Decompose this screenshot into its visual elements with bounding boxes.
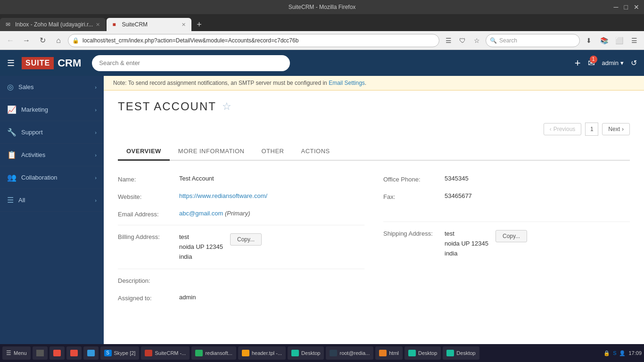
address-bar[interactable]: 🔒 localhost/test_crm/index.php?action=De… (68, 34, 439, 47)
taskbar: ☰ Menu S Skype [2] SuiteCRM -... redians… (0, 344, 644, 362)
header-right: + ✉ 1 admin ▾ ↺ (575, 57, 637, 69)
menu-btn[interactable]: ☰ (628, 34, 640, 47)
billing-copy-btn[interactable]: Copy... (230, 233, 262, 246)
email-value: abc@gmail.com (Primary) (179, 210, 364, 217)
root-redia-icon (330, 350, 337, 356)
field-email: Email Address: abc@gmail.com (Primary) (118, 205, 364, 222)
hamburger-menu[interactable]: ☰ (7, 58, 15, 68)
home-btn[interactable]: ⌂ (52, 34, 65, 47)
fax-value: 53465677 (445, 192, 630, 199)
desktop1-icon (291, 350, 299, 356)
forward-btn[interactable]: → (20, 34, 33, 47)
taskbar-desktop1[interactable]: Desktop (288, 346, 324, 360)
tab-zoho[interactable]: ✉ Inbox - Zoho Mail (udayagiri.r... ✕ (0, 18, 106, 31)
menu-icon: ☰ (6, 350, 11, 356)
sidebar-item-all[interactable]: ☰ All › (0, 189, 104, 212)
field-billing-address: Billing Address: test noida UP 12345 ind… (118, 228, 364, 266)
tab-other[interactable]: OTHER (253, 143, 292, 161)
download-btn[interactable]: ⬇ (583, 34, 595, 47)
prev-chevron-icon: ‹ (550, 126, 552, 132)
tab-actions[interactable]: ACTIONS (292, 143, 338, 161)
security-icon: 🔒 (603, 350, 610, 356)
sidebar-item-support[interactable]: 🔧 Support › (0, 121, 104, 144)
app-body: ◎ Sales › 📈 Marketing › 🔧 Support › 📋 Ac… (0, 76, 644, 344)
menu-label: Menu (14, 350, 27, 356)
refresh-btn-header[interactable]: ↺ (631, 58, 637, 67)
zoho-favicon: ✉ (6, 21, 12, 28)
refresh-btn[interactable]: ↻ (36, 34, 49, 47)
maximize-btn[interactable]: □ (624, 3, 628, 11)
back-btn[interactable]: ← (4, 34, 17, 47)
tab-more-information[interactable]: MORE INFORMATION (170, 143, 253, 161)
fields-section: Name: Test Account Website: https://www.… (118, 170, 630, 306)
lock-icon: 🔒 (72, 37, 79, 44)
sidebar-item-marketing[interactable]: 📈 Marketing › (0, 99, 104, 121)
taskbar-app3[interactable] (66, 346, 82, 360)
taskbar-header-tpl[interactable]: header.tpl -... (238, 346, 286, 360)
collaboration-chevron: › (95, 175, 97, 181)
add-btn[interactable]: + (575, 57, 581, 69)
activities-chevron: › (95, 152, 97, 158)
taskbar-skype[interactable]: S Skype [2] (100, 346, 140, 360)
tab-suitecrm-close[interactable]: ✕ (182, 22, 186, 28)
shipping-copy-btn[interactable]: Copy... (495, 230, 527, 242)
tab-suitecrm-label: SuiteCRM (122, 21, 148, 28)
assigned-to-label: Assigned to: (118, 294, 179, 302)
minimize-btn[interactable]: ─ (614, 3, 619, 11)
shipping-line1: test (445, 229, 488, 239)
previous-btn[interactable]: ‹ Previous (544, 123, 582, 135)
bookmarks-btn[interactable]: ☰ (442, 34, 454, 47)
app3-icon (70, 350, 78, 356)
taskbar-files[interactable] (33, 346, 48, 360)
website-link[interactable]: https://www.rediansoftware.com/ (179, 192, 267, 199)
taskbar-desktop2[interactable]: Desktop (405, 346, 441, 360)
star-bookmark-btn[interactable]: ☆ (471, 34, 483, 47)
window-controls[interactable]: ─ □ ✕ (614, 3, 639, 11)
sidebar-item-activities[interactable]: 📋 Activities › (0, 144, 104, 166)
shield-btn[interactable]: 🛡 (456, 34, 469, 47)
suitecrm-favicon: ■ (112, 21, 119, 28)
email-settings-link[interactable]: Email Settings (329, 80, 365, 86)
billing-line3: india (179, 252, 223, 262)
close-btn[interactable]: ✕ (634, 3, 639, 11)
taskbar-suitecrm[interactable]: SuiteCRM -... (141, 346, 190, 360)
taskbar-root-redia[interactable]: root@redia... (326, 346, 373, 360)
detail-tabs: OVERVIEW MORE INFORMATION OTHER ACTIONS (118, 143, 630, 161)
skype-status-icon: S (613, 350, 616, 356)
sidebar-label-marketing: Marketing (21, 106, 48, 113)
previous-label: Previous (553, 126, 576, 132)
skype-icon: S (104, 350, 112, 356)
sidebar-item-sales[interactable]: ◎ Sales › (0, 76, 104, 99)
sync-btn[interactable]: ⬜ (613, 34, 625, 47)
billing-address-label: Billing Address: (118, 232, 179, 240)
tab-overview[interactable]: OVERVIEW (118, 143, 170, 161)
sidebar-item-collaboration[interactable]: 👥 Collaboration › (0, 166, 104, 189)
email-link[interactable]: abc@gmail.com (179, 210, 223, 217)
library-btn[interactable]: 📚 (598, 34, 610, 47)
taskbar-menu[interactable]: ☰ Menu (2, 346, 31, 360)
taskbar-desktop3[interactable]: Desktop (443, 346, 479, 360)
taskbar-right: 🔒 S 👤 17:09 (603, 350, 642, 356)
taskbar-app2[interactable] (50, 346, 65, 360)
activities-icon: 📋 (7, 150, 17, 159)
taskbar-html[interactable]: html (375, 346, 403, 360)
next-btn[interactable]: Next › (602, 123, 630, 135)
taskbar-redian[interactable]: rediansoft... (191, 346, 236, 360)
new-tab-btn[interactable]: + (192, 18, 206, 31)
admin-menu-btn[interactable]: admin ▾ (602, 59, 624, 66)
notifications-btn[interactable]: ✉ 1 (588, 58, 595, 68)
taskbar-app4[interactable] (83, 346, 99, 360)
app-search-input[interactable] (99, 59, 283, 66)
name-label: Name: (118, 175, 179, 183)
app-search-bar[interactable] (92, 55, 290, 71)
billing-address-block: test noida UP 12345 india Copy... (179, 232, 364, 262)
favorite-star-icon[interactable]: ☆ (222, 100, 231, 113)
tab-zoho-close[interactable]: ✕ (96, 22, 100, 28)
shipping-address-label: Shipping Address: (383, 229, 445, 237)
all-chevron: › (95, 197, 97, 203)
shipping-address-block: test noida UP 12345 india Copy... (445, 229, 630, 258)
browser-search-bar[interactable]: 🔍 Search (486, 34, 580, 47)
tab-suitecrm[interactable]: ■ SuiteCRM ✕ (107, 18, 191, 31)
page-number[interactable]: 1 (585, 123, 598, 136)
sidebar-label-all: All (18, 197, 25, 204)
